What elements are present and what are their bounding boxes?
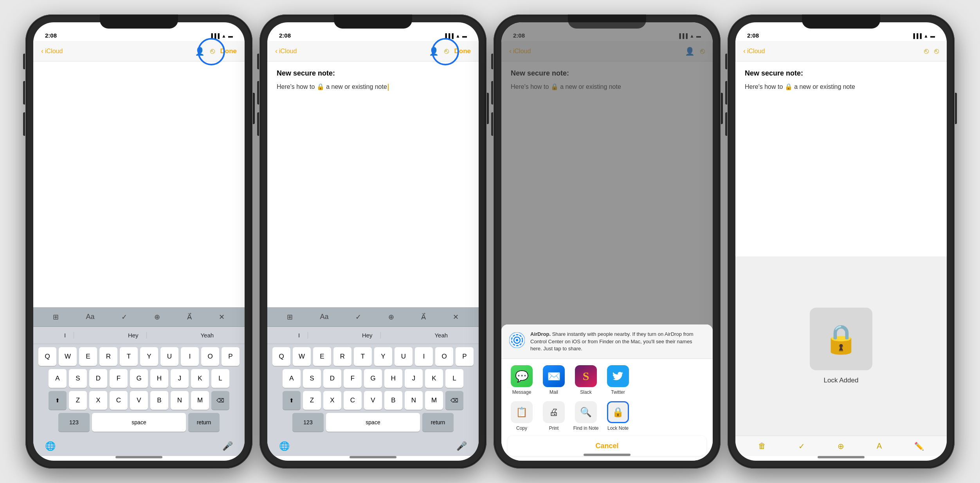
key-b-2[interactable]: B bbox=[384, 391, 402, 410]
pred-1[interactable]: I bbox=[56, 332, 74, 339]
pred-2-3[interactable]: Yeah bbox=[427, 332, 456, 339]
keyboard-2[interactable]: ⊞ Aa ✓ ⊕ A⃗ ✕ I Hey Yeah Q W E bbox=[267, 307, 479, 456]
key-delete-2[interactable]: ⌫ bbox=[445, 391, 463, 410]
pred-2[interactable]: Hey bbox=[120, 332, 147, 339]
key-shift[interactable]: ⬆ bbox=[49, 391, 67, 410]
key-s[interactable]: S bbox=[69, 369, 87, 388]
plus-icon-2[interactable]: ⊕ bbox=[388, 313, 394, 321]
done-button-1[interactable]: Done bbox=[220, 47, 237, 55]
key-space[interactable]: space bbox=[92, 413, 186, 432]
nav-back-4[interactable]: ‹ iCloud bbox=[743, 47, 765, 55]
key-z-2[interactable]: Z bbox=[303, 391, 321, 410]
key-j[interactable]: J bbox=[171, 369, 189, 388]
key-w[interactable]: W bbox=[59, 347, 77, 366]
key-w-2[interactable]: W bbox=[293, 347, 311, 366]
pred-2-1[interactable]: I bbox=[290, 332, 308, 339]
key-123-2[interactable]: 123 bbox=[292, 413, 324, 432]
key-v[interactable]: V bbox=[130, 391, 148, 410]
note-area-4[interactable]: New secure note: Here's how to 🔒 a new o… bbox=[735, 61, 947, 256]
table-icon[interactable]: ⊞ bbox=[53, 313, 59, 321]
key-q[interactable]: Q bbox=[38, 347, 56, 366]
check-icon-2[interactable]: ✓ bbox=[355, 313, 361, 321]
text-icon[interactable]: A⃗ bbox=[187, 313, 192, 321]
done-button-2[interactable]: Done bbox=[454, 47, 471, 55]
key-i-2[interactable]: I bbox=[415, 347, 433, 366]
key-p[interactable]: P bbox=[222, 347, 240, 366]
key-e[interactable]: E bbox=[79, 347, 97, 366]
key-u-2[interactable]: U bbox=[395, 347, 413, 366]
key-l-2[interactable]: L bbox=[445, 369, 463, 388]
key-r-2[interactable]: R bbox=[333, 347, 351, 366]
key-m-2[interactable]: M bbox=[425, 391, 443, 410]
key-s-2[interactable]: S bbox=[303, 369, 321, 388]
action-print[interactable]: 🖨 Print bbox=[540, 401, 568, 431]
key-return-2[interactable]: return bbox=[422, 413, 454, 432]
trash-icon[interactable]: 🗑 bbox=[758, 442, 766, 451]
key-d-2[interactable]: D bbox=[323, 369, 341, 388]
key-return[interactable]: return bbox=[188, 413, 220, 432]
key-k[interactable]: K bbox=[191, 369, 209, 388]
key-c-2[interactable]: C bbox=[344, 391, 362, 410]
key-delete[interactable]: ⌫ bbox=[211, 391, 229, 410]
app-slack[interactable]: S Slack bbox=[572, 365, 600, 395]
key-g[interactable]: G bbox=[130, 369, 148, 388]
app-message[interactable]: 💬 Message bbox=[508, 365, 536, 395]
pred-2-2[interactable]: Hey bbox=[354, 332, 381, 339]
plus-icon[interactable]: ⊕ bbox=[154, 313, 160, 321]
key-d[interactable]: D bbox=[89, 369, 107, 388]
key-i[interactable]: I bbox=[181, 347, 199, 366]
key-y[interactable]: Y bbox=[140, 347, 158, 366]
key-j-2[interactable]: J bbox=[405, 369, 423, 388]
key-e-2[interactable]: E bbox=[313, 347, 331, 366]
plus-toolbar-icon[interactable]: ⊕ bbox=[838, 442, 844, 451]
globe-icon-2[interactable]: 🌐 bbox=[279, 441, 290, 451]
action-find[interactable]: 🔍 Find in Note bbox=[572, 401, 600, 431]
share-icon-2[interactable]: ⎋ bbox=[444, 47, 449, 56]
key-shift-2[interactable]: ⬆ bbox=[283, 391, 301, 410]
mic-icon-1[interactable]: 🎤 bbox=[222, 441, 233, 451]
key-a[interactable]: A bbox=[49, 369, 67, 388]
key-c[interactable]: C bbox=[110, 391, 128, 410]
key-h[interactable]: H bbox=[150, 369, 168, 388]
pred-3[interactable]: Yeah bbox=[193, 332, 222, 339]
keyboard-1[interactable]: ⊞ Aa ✓ ⊕ A⃗ ✕ I Hey Yeah Q W E bbox=[33, 307, 245, 456]
text-icon-2[interactable]: A⃗ bbox=[421, 313, 426, 321]
key-p-2[interactable]: P bbox=[456, 347, 474, 366]
share-icon-4[interactable]: ⎋ bbox=[934, 47, 939, 56]
action-copy[interactable]: 📋 Copy bbox=[508, 401, 536, 431]
globe-icon-1[interactable]: 🌐 bbox=[45, 441, 56, 451]
key-q-2[interactable]: Q bbox=[272, 347, 290, 366]
key-m[interactable]: M bbox=[191, 391, 209, 410]
app-twitter[interactable]: Twitter bbox=[604, 365, 632, 395]
person-icon-2[interactable]: 👤 bbox=[429, 47, 439, 56]
key-o-2[interactable]: O bbox=[435, 347, 453, 366]
key-a-2[interactable]: A bbox=[283, 369, 301, 388]
close-icon[interactable]: ✕ bbox=[219, 313, 225, 321]
nav-back-2[interactable]: ‹ iCloud bbox=[275, 47, 297, 55]
key-b[interactable]: B bbox=[150, 391, 168, 410]
share-box-icon-4[interactable]: ⎋ bbox=[924, 47, 929, 56]
text-toolbar-icon[interactable]: A bbox=[877, 442, 882, 451]
app-mail[interactable]: ✉️ Mail bbox=[540, 365, 568, 395]
key-123[interactable]: 123 bbox=[58, 413, 90, 432]
key-h-2[interactable]: H bbox=[384, 369, 402, 388]
person-icon-1[interactable]: 👤 bbox=[195, 47, 205, 56]
table-icon-2[interactable]: ⊞ bbox=[287, 313, 293, 321]
format-icon-2[interactable]: Aa bbox=[320, 313, 328, 321]
key-t[interactable]: T bbox=[120, 347, 138, 366]
key-k-2[interactable]: K bbox=[425, 369, 443, 388]
key-n[interactable]: N bbox=[171, 391, 189, 410]
action-lock-note[interactable]: 🔒 Lock Note bbox=[604, 401, 632, 431]
compose-icon[interactable]: ✏️ bbox=[914, 442, 924, 451]
key-y-2[interactable]: Y bbox=[374, 347, 392, 366]
check-icon[interactable]: ✓ bbox=[121, 313, 127, 321]
key-f[interactable]: F bbox=[110, 369, 128, 388]
key-n-2[interactable]: N bbox=[405, 391, 423, 410]
note-area-1[interactable] bbox=[33, 61, 245, 307]
mic-icon-2[interactable]: 🎤 bbox=[456, 441, 467, 451]
check-toolbar-icon[interactable]: ✓ bbox=[798, 442, 805, 451]
note-area-2[interactable]: New secure note: Here's how to 🔒 a new o… bbox=[267, 61, 479, 307]
share-sheet[interactable]: AirDrop. Share instantly with people nea… bbox=[501, 324, 713, 461]
key-l[interactable]: L bbox=[211, 369, 229, 388]
key-x[interactable]: X bbox=[89, 391, 107, 410]
